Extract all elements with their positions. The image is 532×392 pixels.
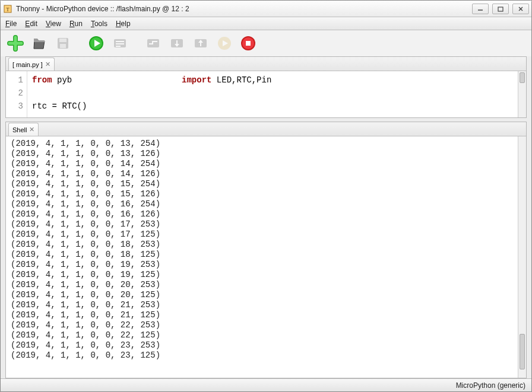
shell-body: (2019, 4, 1, 1, 0, 0, 13, 254) (2019, 4,… — [6, 136, 526, 378]
open-icon — [31, 36, 47, 51]
shell-tab-close[interactable]: ✕ — [29, 126, 34, 133]
save-file-button[interactable] — [54, 34, 72, 52]
window-controls — [472, 4, 529, 14]
line-number: 3 — [6, 100, 23, 113]
step-over-icon — [145, 36, 161, 51]
stop-button[interactable] — [239, 34, 257, 52]
play-icon — [88, 35, 104, 52]
minimize-button[interactable] — [472, 4, 489, 14]
menu-help[interactable]: Help — [116, 20, 131, 28]
run-button[interactable] — [87, 34, 105, 52]
menu-view[interactable]: View — [46, 20, 61, 28]
editor-scrollbar[interactable] — [518, 71, 526, 117]
menu-run[interactable]: Run — [69, 20, 83, 28]
open-file-button[interactable] — [30, 34, 48, 52]
debug-button[interactable] — [111, 34, 129, 52]
maximize-icon — [498, 6, 504, 12]
scrollbar-thumb[interactable] — [520, 72, 525, 83]
svg-text:T: T — [6, 7, 10, 12]
app-window: T Thonny - MicroPython device :: /flash/… — [0, 0, 532, 392]
step-out-button[interactable] — [192, 34, 210, 52]
shell-panel: Shell ✕ (2019, 4, 1, 1, 0, 0, 13, 254) (… — [5, 122, 527, 378]
shell-tab[interactable]: Shell ✕ — [8, 123, 39, 136]
svg-rect-9 — [59, 39, 66, 42]
code-token: from — [32, 75, 52, 85]
code-editor[interactable]: from pyb import LED,RTC,Pin rtc = RTC() — [27, 71, 518, 117]
editor-tab[interactable]: [ main.py ] ✕ — [8, 58, 55, 71]
stop-icon — [240, 35, 256, 52]
editor-panel: [ main.py ] ✕ 1 2 3 from pyb import LED,… — [5, 56, 527, 118]
debug-icon — [112, 36, 128, 51]
shell-tabstrip: Shell ✕ — [6, 122, 526, 136]
window-title: Thonny - MicroPython device :: /flash/ma… — [16, 5, 472, 13]
maximize-button[interactable] — [492, 4, 509, 14]
menu-tools[interactable]: Tools — [91, 20, 107, 28]
svg-rect-3 — [498, 7, 503, 11]
line-number: 2 — [6, 87, 23, 100]
shell-scrollbar[interactable] — [518, 136, 526, 378]
editor-body: 1 2 3 from pyb import LED,RTC,Pin rtc = … — [6, 71, 526, 117]
minimize-icon — [477, 6, 483, 12]
editor-tabstrip: [ main.py ] ✕ — [6, 57, 526, 71]
titlebar: T Thonny - MicroPython device :: /flash/… — [1, 1, 531, 17]
menu-file[interactable]: File — [5, 20, 17, 28]
menubar: File Edit View Run Tools Help — [1, 17, 531, 30]
new-file-button[interactable] — [7, 34, 24, 52]
line-gutter: 1 2 3 — [6, 71, 27, 117]
editor-tab-close[interactable]: ✕ — [45, 60, 50, 68]
svg-rect-27 — [246, 41, 251, 46]
code-token: rtc = RTC() — [32, 101, 87, 111]
toolbar — [1, 30, 531, 56]
shell-output[interactable]: (2019, 4, 1, 1, 0, 0, 13, 254) (2019, 4,… — [6, 136, 518, 378]
line-number: 1 — [6, 74, 23, 87]
step-over-button[interactable] — [144, 34, 162, 52]
step-out-icon — [193, 36, 208, 51]
code-token: pyb — [52, 75, 182, 85]
backend-label[interactable]: MicroPython (generic) — [456, 381, 525, 390]
step-into-icon — [169, 36, 185, 51]
svg-rect-10 — [60, 44, 66, 48]
close-button[interactable] — [512, 4, 529, 14]
code-token: LED,RTC,Pin — [211, 75, 271, 85]
save-icon — [56, 36, 70, 50]
resume-button[interactable] — [216, 34, 233, 52]
app-icon: T — [3, 4, 12, 14]
scrollbar-thumb[interactable] — [520, 334, 525, 369]
statusbar: MicroPython (generic) — [1, 378, 531, 391]
svg-marker-7 — [34, 39, 45, 42]
plus-icon — [7, 35, 24, 52]
shell-tab-label: Shell — [12, 126, 27, 133]
editor-tab-label: [ main.py ] — [12, 61, 43, 68]
close-icon — [518, 6, 524, 12]
resume-icon — [216, 35, 233, 52]
step-into-button[interactable] — [168, 34, 186, 52]
menu-edit[interactable]: Edit — [25, 20, 37, 28]
code-token: import — [182, 75, 211, 85]
